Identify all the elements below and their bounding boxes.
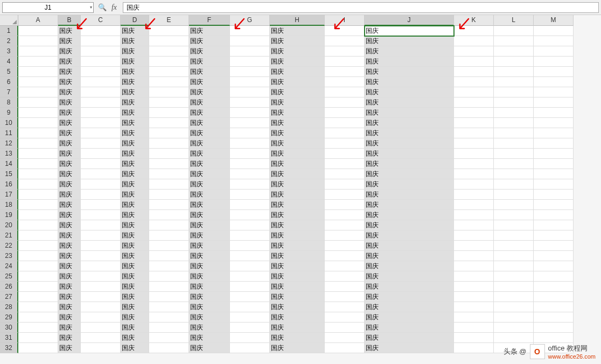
cell-I18[interactable]: [325, 200, 365, 210]
cell-C13[interactable]: [81, 149, 121, 159]
fx-icon[interactable]: fx: [110, 3, 118, 12]
cell-E29[interactable]: [149, 312, 189, 323]
cell-E14[interactable]: [149, 159, 189, 169]
column-header-G[interactable]: G: [230, 15, 270, 26]
cell-K2[interactable]: [454, 36, 494, 46]
cell-A3[interactable]: [18, 46, 58, 57]
cell-D28[interactable]: 国庆: [121, 302, 149, 312]
cell-A20[interactable]: [18, 220, 58, 230]
cell-G26[interactable]: [230, 282, 270, 292]
cell-K21[interactable]: [454, 230, 494, 241]
cell-M13[interactable]: [534, 149, 574, 159]
cell-K31[interactable]: [454, 333, 494, 343]
cell-L30[interactable]: [494, 323, 534, 333]
cell-F6[interactable]: 国庆: [189, 77, 230, 87]
cell-L12[interactable]: [494, 138, 534, 149]
cell-C6[interactable]: [81, 77, 121, 87]
column-header-K[interactable]: K: [454, 15, 494, 26]
cell-F18[interactable]: 国庆: [189, 200, 230, 210]
cell-C31[interactable]: [81, 333, 121, 343]
cell-I30[interactable]: [325, 323, 365, 333]
cell-F20[interactable]: 国庆: [189, 220, 230, 230]
cell-I32[interactable]: [325, 343, 365, 353]
cell-H14[interactable]: 国庆: [270, 159, 325, 169]
cell-B25[interactable]: 国庆: [58, 271, 81, 282]
name-box[interactable]: J1 ▾: [2, 2, 94, 13]
row-header-13[interactable]: 13: [0, 149, 18, 159]
cell-K15[interactable]: [454, 169, 494, 179]
cell-J13[interactable]: 国庆: [365, 149, 454, 159]
cell-A6[interactable]: [18, 77, 58, 87]
cell-E11[interactable]: [149, 128, 189, 138]
cell-D8[interactable]: 国庆: [121, 97, 149, 108]
cell-I11[interactable]: [325, 128, 365, 138]
cell-L28[interactable]: [494, 302, 534, 312]
cell-D21[interactable]: 国庆: [121, 230, 149, 241]
cell-B5[interactable]: 国庆: [58, 67, 81, 77]
cell-K5[interactable]: [454, 67, 494, 77]
cell-M19[interactable]: [534, 210, 574, 220]
cell-I2[interactable]: [325, 36, 365, 46]
cell-G19[interactable]: [230, 210, 270, 220]
cell-M4[interactable]: [534, 57, 574, 67]
cell-E24[interactable]: [149, 261, 189, 271]
cell-C7[interactable]: [81, 87, 121, 97]
cell-H16[interactable]: 国庆: [270, 179, 325, 190]
cell-G18[interactable]: [230, 200, 270, 210]
cell-A17[interactable]: [18, 190, 58, 200]
cell-B3[interactable]: 国庆: [58, 46, 81, 57]
cell-L9[interactable]: [494, 108, 534, 118]
cell-H21[interactable]: 国庆: [270, 230, 325, 241]
cell-B23[interactable]: 国庆: [58, 251, 81, 261]
cell-M15[interactable]: [534, 169, 574, 179]
cell-B26[interactable]: 国庆: [58, 282, 81, 292]
cell-L17[interactable]: [494, 190, 534, 200]
cell-K6[interactable]: [454, 77, 494, 87]
cell-A31[interactable]: [18, 333, 58, 343]
row-header-5[interactable]: 5: [0, 67, 18, 77]
column-header-E[interactable]: E: [149, 15, 189, 26]
cell-A13[interactable]: [18, 149, 58, 159]
cell-L8[interactable]: [494, 97, 534, 108]
cell-I28[interactable]: [325, 302, 365, 312]
cell-C25[interactable]: [81, 271, 121, 282]
cell-A14[interactable]: [18, 159, 58, 169]
cell-G32[interactable]: [230, 343, 270, 353]
row-header-19[interactable]: 19: [0, 210, 18, 220]
cell-L29[interactable]: [494, 312, 534, 323]
cell-J2[interactable]: 国庆: [365, 36, 454, 46]
cell-K29[interactable]: [454, 312, 494, 323]
cell-F12[interactable]: 国庆: [189, 138, 230, 149]
cell-M18[interactable]: [534, 200, 574, 210]
cell-H24[interactable]: 国庆: [270, 261, 325, 271]
cell-I7[interactable]: [325, 87, 365, 97]
cell-G3[interactable]: [230, 46, 270, 57]
cell-D14[interactable]: 国庆: [121, 159, 149, 169]
cell-A24[interactable]: [18, 261, 58, 271]
cell-C23[interactable]: [81, 251, 121, 261]
cell-H13[interactable]: 国庆: [270, 149, 325, 159]
cell-E6[interactable]: [149, 77, 189, 87]
cell-M24[interactable]: [534, 261, 574, 271]
row-header-1[interactable]: 1: [0, 26, 18, 36]
cell-K30[interactable]: [454, 323, 494, 333]
cell-I15[interactable]: [325, 169, 365, 179]
cell-A5[interactable]: [18, 67, 58, 77]
cell-E26[interactable]: [149, 282, 189, 292]
column-header-C[interactable]: C: [81, 15, 121, 26]
select-all-corner[interactable]: [0, 15, 18, 26]
column-header-F[interactable]: F: [189, 15, 230, 26]
cell-J19[interactable]: 国庆: [365, 210, 454, 220]
cell-A8[interactable]: [18, 97, 58, 108]
cell-D15[interactable]: 国庆: [121, 169, 149, 179]
cell-F10[interactable]: 国庆: [189, 118, 230, 128]
cell-M27[interactable]: [534, 292, 574, 302]
cell-G13[interactable]: [230, 149, 270, 159]
cell-F30[interactable]: 国庆: [189, 323, 230, 333]
cell-E5[interactable]: [149, 67, 189, 77]
cell-E27[interactable]: [149, 292, 189, 302]
cell-C14[interactable]: [81, 159, 121, 169]
cell-H8[interactable]: 国庆: [270, 97, 325, 108]
cell-F22[interactable]: 国庆: [189, 241, 230, 251]
cell-B8[interactable]: 国庆: [58, 97, 81, 108]
